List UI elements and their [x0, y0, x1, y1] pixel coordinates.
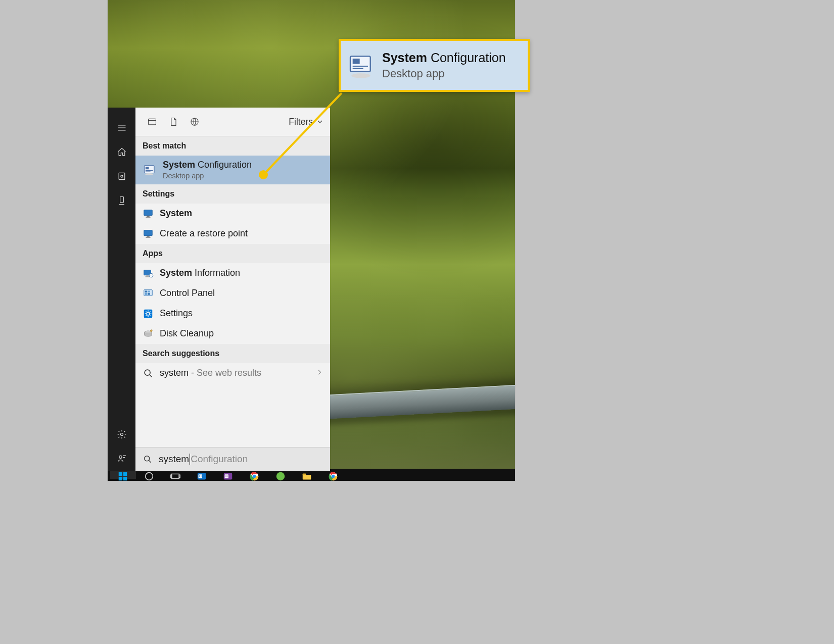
- callout-title: System Configuration: [382, 51, 506, 65]
- settings-gear-icon[interactable]: [108, 422, 135, 447]
- svg-rect-48: [303, 474, 306, 475]
- sysinfo-icon: i: [143, 268, 154, 279]
- result-system-information[interactable]: i System Information: [135, 263, 330, 283]
- feedback-icon[interactable]: [108, 447, 135, 471]
- result-title: Control Panel: [160, 288, 215, 299]
- svg-rect-38: [179, 475, 180, 478]
- taskbar-app-green-icon[interactable]: [267, 471, 294, 479]
- svg-text:O: O: [199, 474, 202, 478]
- svg-point-9: [145, 173, 153, 175]
- svg-rect-25: [148, 293, 150, 295]
- device-icon[interactable]: [108, 188, 135, 213]
- svg-rect-11: [147, 216, 150, 217]
- svg-rect-15: [146, 237, 150, 237]
- svg-point-29: [145, 370, 150, 375]
- result-title: Settings: [160, 308, 193, 319]
- results-list: Best match System Configuration: [135, 136, 330, 447]
- section-apps: Apps: [135, 244, 330, 263]
- callout-system-configuration: System Configuration Desktop app: [339, 39, 530, 92]
- svg-point-1: [120, 175, 122, 177]
- svg-rect-0: [119, 173, 125, 179]
- start-button[interactable]: [110, 471, 136, 479]
- result-title: System: [160, 208, 192, 219]
- search-input-row[interactable]: systemConfiguration: [135, 447, 330, 471]
- result-web-system[interactable]: system - See web results: [135, 363, 330, 383]
- svg-text:N: N: [225, 474, 228, 478]
- tab-documents-icon[interactable]: [163, 112, 184, 132]
- filters-dropdown[interactable]: Filters: [289, 117, 324, 127]
- svg-point-51: [351, 73, 370, 78]
- taskbar-file-explorer-icon[interactable]: [294, 471, 320, 479]
- search-icon: [143, 368, 154, 379]
- svg-point-35: [146, 473, 153, 480]
- svg-rect-34: [123, 477, 127, 480]
- result-title: System Information: [160, 268, 240, 279]
- taskbar-onenote-icon[interactable]: N: [215, 471, 241, 479]
- result-title: Disk Cleanup: [160, 328, 214, 339]
- search-typed-text: system: [159, 454, 189, 465]
- svg-rect-31: [119, 472, 122, 476]
- monitor-icon: [143, 208, 154, 219]
- taskbar-outlook-icon[interactable]: O: [189, 471, 215, 479]
- result-settings-system[interactable]: System: [135, 204, 330, 224]
- svg-point-50: [332, 475, 335, 478]
- svg-rect-13: [144, 230, 153, 236]
- settings-app-icon: [143, 308, 154, 319]
- section-search-suggestions: Search suggestions: [135, 344, 330, 363]
- home-icon[interactable]: [108, 140, 135, 164]
- svg-point-46: [253, 475, 256, 478]
- svg-rect-21: [144, 290, 153, 296]
- notebook-icon[interactable]: [108, 164, 135, 188]
- tab-web-icon[interactable]: [184, 112, 205, 132]
- svg-point-3: [120, 433, 123, 436]
- svg-rect-33: [119, 477, 122, 480]
- taskbar-cortana-icon[interactable]: [136, 471, 162, 479]
- search-scope-tabs: Filters: [135, 108, 330, 136]
- hamburger-icon[interactable]: [108, 116, 135, 140]
- control-panel-icon: [143, 288, 154, 299]
- disk-cleanup-icon: [143, 328, 154, 339]
- svg-rect-22: [145, 290, 148, 292]
- svg-rect-12: [146, 217, 150, 217]
- msconfig-icon: [347, 52, 375, 80]
- result-title: System Configuration: [163, 160, 252, 171]
- chevron-right-icon: [316, 369, 323, 378]
- taskbar-chrome-icon-2[interactable]: [320, 471, 346, 479]
- svg-rect-14: [147, 236, 150, 237]
- result-settings-app[interactable]: Settings: [135, 304, 330, 324]
- search-results-column: Filters Best match: [135, 108, 330, 471]
- section-settings: Settings: [135, 184, 330, 204]
- result-disk-cleanup[interactable]: Disk Cleanup: [135, 324, 330, 344]
- search-autocomplete-ghost: Configuration: [191, 454, 248, 465]
- search-icon: [143, 454, 153, 464]
- chevron-down-icon: [316, 118, 324, 126]
- result-control-panel[interactable]: Control Panel: [135, 283, 330, 304]
- callout-subtitle: Desktop app: [382, 67, 506, 80]
- svg-rect-18: [146, 276, 150, 277]
- svg-text:i: i: [151, 274, 151, 277]
- svg-rect-17: [146, 276, 149, 276]
- svg-rect-53: [353, 59, 360, 64]
- search-input[interactable]: systemConfiguration: [159, 454, 248, 465]
- start-search-panel: Filters Best match: [108, 108, 330, 471]
- svg-point-47: [276, 472, 285, 481]
- filters-label: Filters: [289, 117, 313, 127]
- result-title: system - See web results: [160, 368, 261, 379]
- svg-rect-2: [120, 197, 123, 203]
- tab-apps-icon[interactable]: [142, 112, 163, 132]
- taskbar-taskview-icon[interactable]: [162, 471, 189, 479]
- start-left-rail: [108, 108, 135, 471]
- svg-point-30: [145, 456, 150, 461]
- result-create-restore-point[interactable]: Create a restore point: [135, 224, 330, 244]
- svg-rect-10: [144, 210, 153, 216]
- taskbar-chrome-icon[interactable]: [241, 471, 267, 479]
- svg-rect-32: [123, 472, 127, 476]
- monitor-icon: [143, 228, 154, 239]
- svg-rect-37: [171, 475, 172, 478]
- result-system-configuration[interactable]: System Configuration Desktop app: [135, 156, 330, 184]
- result-title: Create a restore point: [160, 228, 248, 239]
- result-subtitle: Desktop app: [163, 172, 252, 180]
- svg-rect-8: [146, 167, 149, 170]
- msconfig-icon: [143, 163, 157, 177]
- svg-point-4: [119, 456, 121, 458]
